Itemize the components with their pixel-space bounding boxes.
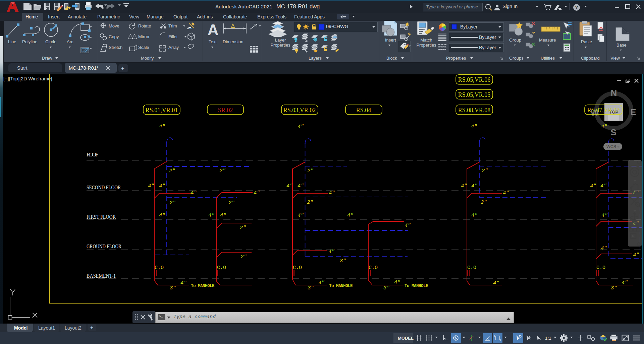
- svg-text:2": 2": [169, 168, 175, 174]
- svg-text:4": 4": [601, 212, 608, 218]
- svg-text:RS.07,VR.07: RS.07,VR.07: [587, 107, 620, 114]
- svg-text:C.O: C.O: [369, 265, 378, 271]
- svg-text:4": 4": [471, 183, 478, 189]
- svg-text:RS.01,VR.01: RS.01,VR.01: [146, 107, 178, 114]
- svg-text:2": 2": [482, 168, 488, 174]
- svg-text:4": 4": [298, 183, 304, 189]
- svg-text:WCS: WCS: [606, 144, 616, 149]
- svg-text:RS.08,VR.08: RS.08,VR.08: [458, 107, 491, 114]
- svg-text:N: N: [611, 88, 617, 98]
- svg-text:3": 3": [170, 285, 176, 291]
- svg-text:4": 4": [148, 183, 154, 189]
- svg-text:C.O: C.O: [467, 265, 476, 271]
- svg-text:4": 4": [461, 183, 467, 189]
- svg-text:C.O: C.O: [155, 265, 164, 271]
- svg-text:To MANHOLE: To MANHOLE: [405, 284, 428, 288]
- svg-text:E: E: [630, 107, 636, 117]
- svg-text:C.O: C.O: [293, 265, 302, 271]
- svg-text:4": 4": [405, 222, 411, 228]
- svg-text:SR.02: SR.02: [218, 107, 233, 114]
- svg-text:2": 2": [169, 200, 176, 206]
- svg-text:4": 4": [208, 212, 215, 218]
- svg-text:4": 4": [633, 252, 639, 258]
- svg-text:4": 4": [622, 280, 628, 286]
- svg-text:RS.05,VR.06: RS.05,VR.06: [458, 76, 491, 83]
- svg-text:FIRST FLOOR: FIRST FLOOR: [87, 214, 116, 220]
- svg-text:4": 4": [601, 245, 607, 251]
- svg-text:4": 4": [254, 190, 260, 196]
- svg-text:?: ?: [575, 5, 578, 10]
- svg-text:3": 3": [611, 285, 617, 291]
- svg-text:4": 4": [180, 280, 187, 286]
- svg-text:4": 4": [329, 190, 335, 196]
- svg-text:2": 2": [228, 200, 235, 206]
- svg-text:4": 4": [590, 183, 596, 189]
- svg-text:4": 4": [471, 212, 478, 218]
- svg-text:SECOND FLOOR: SECOND FLOOR: [87, 185, 121, 190]
- svg-text:4": 4": [471, 124, 477, 130]
- svg-text:4": 4": [318, 280, 325, 286]
- svg-text:GROUND FLOOR: GROUND FLOOR: [87, 244, 121, 249]
- svg-text:2": 2": [307, 199, 313, 205]
- svg-text:4": 4": [220, 212, 226, 218]
- svg-text:4": 4": [601, 124, 607, 130]
- svg-text:4": 4": [493, 280, 499, 286]
- svg-text:2": 2": [307, 168, 314, 174]
- svg-text:RS.05,VR.05: RS.05,VR.05: [458, 91, 491, 98]
- svg-text:2": 2": [240, 225, 246, 231]
- svg-text:4": 4": [394, 279, 400, 285]
- svg-text:RS.03,VR.02: RS.03,VR.02: [283, 107, 316, 114]
- svg-text:RS.04: RS.04: [356, 107, 371, 114]
- svg-text:ROOF: ROOF: [87, 152, 98, 157]
- svg-text:4": 4": [159, 212, 165, 218]
- svg-text:3": 3": [383, 285, 390, 291]
- svg-text:2": 2": [481, 199, 487, 205]
- svg-text:2": 2": [240, 254, 247, 260]
- svg-text:4": 4": [328, 249, 335, 255]
- svg-text:4": 4": [503, 190, 509, 196]
- svg-text:3": 3": [308, 285, 314, 291]
- svg-text:4": 4": [159, 183, 165, 189]
- svg-text:To MANHOLE: To MANHOLE: [191, 284, 214, 288]
- svg-text:4": 4": [347, 212, 354, 218]
- svg-text:4": 4": [191, 190, 197, 196]
- svg-text:C.O: C.O: [596, 265, 605, 271]
- svg-text:4": 4": [286, 183, 293, 189]
- svg-text:C.O: C.O: [217, 265, 226, 271]
- svg-text:To MANHOLE: To MANHOLE: [329, 284, 353, 288]
- svg-text:BASEMENT-1: BASEMENT-1: [87, 273, 116, 279]
- svg-text:3": 3": [340, 258, 346, 264]
- svg-text:4": 4": [600, 183, 607, 189]
- svg-text:4": 4": [298, 124, 304, 130]
- svg-text:4": 4": [298, 212, 304, 218]
- svg-text:2": 2": [219, 168, 226, 174]
- svg-text:S: S: [610, 127, 616, 137]
- svg-text:4": 4": [159, 124, 165, 130]
